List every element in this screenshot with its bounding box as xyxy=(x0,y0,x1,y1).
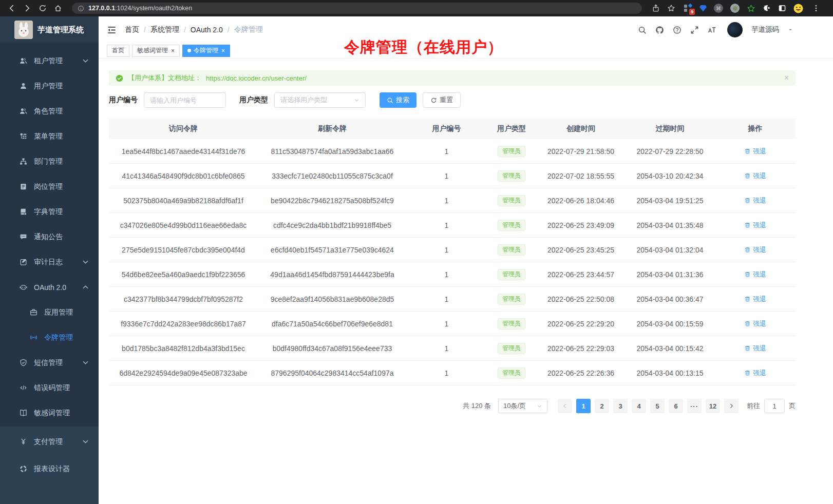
extension-star-icon[interactable] xyxy=(747,4,755,13)
url-bar[interactable]: 127.0.0.1:1024/system/oauth2/token xyxy=(72,3,642,14)
sidebar-item-oauth[interactable]: OAuth 2.0 xyxy=(0,275,99,300)
force-logout-button[interactable]: 强退 xyxy=(744,319,766,328)
browser-reload-button[interactable] xyxy=(36,2,49,14)
sidebar-item-notice[interactable]: 通知公告 xyxy=(0,224,99,249)
user-id-input[interactable] xyxy=(144,92,226,108)
fullscreen-icon[interactable] xyxy=(690,26,699,34)
sidebar-item-pay[interactable]: 支付管理 xyxy=(0,428,99,455)
sidebar-item-audit[interactable]: 审计日志 xyxy=(0,249,99,275)
tab-item[interactable]: 首页 xyxy=(107,45,129,57)
breadcrumb-item[interactable]: 系统管理 xyxy=(150,25,179,34)
alert-close-icon[interactable]: × xyxy=(784,73,789,83)
page-button[interactable]: 3 xyxy=(613,399,628,413)
sidebar-item-dict[interactable]: 字典管理 xyxy=(0,199,99,224)
sidebar-subitem-token[interactable]: 令牌管理 xyxy=(0,325,99,350)
search-button[interactable]: 搜索 xyxy=(380,92,416,108)
breadcrumb-separator: / xyxy=(144,26,146,34)
user-type-badge: 管理员 xyxy=(498,318,525,329)
browser-forward-button[interactable] xyxy=(21,2,34,14)
next-page-button[interactable] xyxy=(724,399,739,413)
sidebar-item-role[interactable]: 角色管理 xyxy=(0,99,99,124)
tab-close-icon[interactable]: × xyxy=(171,48,175,54)
page-button[interactable]: ··· xyxy=(687,399,702,413)
page-button[interactable]: 12 xyxy=(706,399,720,413)
force-logout-button[interactable]: 强退 xyxy=(744,221,766,230)
extension-record-icon[interactable] xyxy=(730,4,740,13)
tab-close-icon[interactable]: × xyxy=(221,48,225,54)
chevron-down-icon[interactable] xyxy=(788,27,793,32)
tab-item[interactable]: 令牌管理× xyxy=(182,45,230,57)
sidebar-item-post[interactable]: 岗位管理 xyxy=(0,174,99,199)
browser-home-button[interactable] xyxy=(51,2,65,14)
extension-sidepanel-icon[interactable] xyxy=(778,4,786,12)
chevron-down-icon xyxy=(537,403,542,409)
page-button[interactable]: 6 xyxy=(669,399,683,413)
sidebar-item-label: 支付管理 xyxy=(34,437,63,447)
browser-profile-avatar[interactable] xyxy=(793,4,803,13)
user-type-cell: 管理员 xyxy=(486,269,537,280)
force-logout-button[interactable]: 强退 xyxy=(744,295,766,304)
extension-command-icon[interactable]: ⌘ xyxy=(714,4,723,13)
breadcrumb: 首页/系统管理/OAuth 2.0/令牌管理 xyxy=(125,25,263,34)
refresh-token-cell: be90422b8c7946218275a508bf524fc9 xyxy=(258,197,407,205)
sidebar-item-user[interactable]: 用户管理 xyxy=(0,73,99,99)
sidebar-item-label: 用户管理 xyxy=(34,82,63,91)
search-icon xyxy=(387,97,393,104)
breadcrumb-item[interactable]: OAuth 2.0 xyxy=(191,26,223,34)
goto-page: 前往页 xyxy=(747,399,796,413)
page-button[interactable]: 4 xyxy=(632,399,646,413)
sidebar-item-report[interactable]: 报表设计器 xyxy=(0,455,99,482)
page-button[interactable]: 5 xyxy=(650,399,665,413)
goto-page-input[interactable] xyxy=(764,399,785,413)
column-header: 用户编号 xyxy=(407,124,486,133)
prev-page-button[interactable] xyxy=(558,399,572,413)
github-icon[interactable] xyxy=(655,26,664,34)
sidebar-item-book[interactable]: 敏感词管理 xyxy=(0,400,99,425)
reset-button[interactable]: 重置 xyxy=(423,92,461,108)
force-logout-button[interactable]: 强退 xyxy=(744,196,766,205)
user-icon xyxy=(20,82,27,90)
extension-grid-icon[interactable]: 9 xyxy=(684,4,692,12)
extension-gem-icon[interactable] xyxy=(699,5,707,12)
force-logout-button[interactable]: 强退 xyxy=(744,344,766,353)
browser-menu-button[interactable] xyxy=(809,2,823,14)
force-logout-button[interactable]: 强退 xyxy=(744,369,766,378)
search-icon[interactable] xyxy=(638,26,647,34)
page-button[interactable]: 2 xyxy=(595,399,609,413)
sidebar-item-code[interactable]: 错误码管理 xyxy=(0,375,99,400)
force-logout-label: 强退 xyxy=(753,221,766,230)
user-avatar[interactable] xyxy=(727,22,743,37)
page-button[interactable]: 1 xyxy=(576,399,591,413)
action-cell: 强退 xyxy=(715,245,796,255)
breadcrumb-item[interactable]: 首页 xyxy=(125,25,139,34)
sidebar-item-users[interactable]: 租户管理 xyxy=(0,48,99,73)
help-icon[interactable] xyxy=(673,26,681,34)
browser-back-button[interactable] xyxy=(5,2,18,14)
sidebar-item-menuTree[interactable]: 菜单管理 xyxy=(0,124,99,149)
sidebar-collapse-icon[interactable] xyxy=(107,25,117,35)
user-id-cell: 1 xyxy=(407,320,486,328)
sidebar-subitem-app[interactable]: 应用管理 xyxy=(0,300,99,325)
force-logout-button[interactable]: 强退 xyxy=(744,270,766,279)
user-id-cell: 1 xyxy=(407,344,486,353)
user-type-cell: 管理员 xyxy=(486,343,537,354)
force-logout-button[interactable]: 强退 xyxy=(744,171,766,181)
force-logout-button[interactable]: 强退 xyxy=(744,245,766,255)
user-id-cell: 1 xyxy=(407,221,486,229)
browser-bookmark-button[interactable] xyxy=(665,2,678,14)
page-size-select[interactable]: 10条/页 xyxy=(498,399,547,413)
tab-item[interactable]: 敏感词管理× xyxy=(132,45,180,57)
expires-at-cell: 2054-03-10 20:42:34 xyxy=(625,172,715,180)
trash-icon xyxy=(744,345,751,352)
action-cell: 强退 xyxy=(715,295,796,304)
sidebar-item-sms[interactable]: 短信管理 xyxy=(0,350,99,375)
force-logout-button[interactable]: 强退 xyxy=(744,147,766,156)
extension-puzzle-icon[interactable] xyxy=(763,4,771,12)
table-row: 6d842e2924594de9a09e45e087323abe8796295f… xyxy=(109,361,796,385)
alert-doc-link[interactable]: https://doc.iocoder.cn/user-center/ xyxy=(206,74,307,82)
sidebar-item-dept[interactable]: 部门管理 xyxy=(0,149,99,174)
font-size-icon[interactable] xyxy=(708,26,716,34)
browser-share-button[interactable] xyxy=(649,2,662,14)
action-cell: 强退 xyxy=(715,270,796,279)
user-type-select[interactable]: 请选择用户类型 xyxy=(274,92,366,108)
